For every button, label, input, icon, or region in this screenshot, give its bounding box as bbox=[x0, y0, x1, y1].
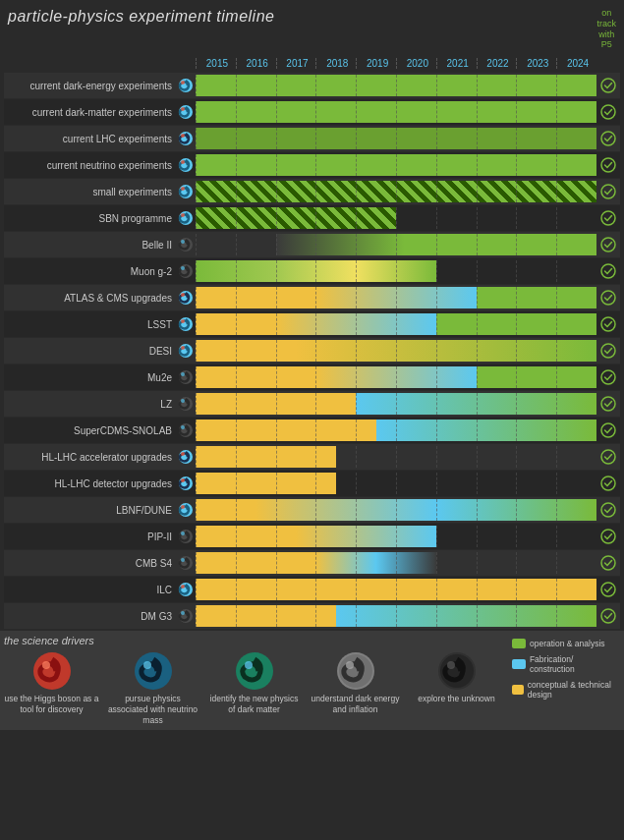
svg-point-43 bbox=[181, 452, 185, 456]
svg-point-37 bbox=[181, 399, 185, 403]
experiment-row: DM G3 bbox=[4, 603, 620, 629]
experiment-row: current dark-matter experiments bbox=[4, 99, 620, 125]
svg-point-72 bbox=[447, 661, 455, 669]
experiment-row: DESI bbox=[4, 338, 620, 364]
bar-area bbox=[196, 552, 596, 574]
driver-icon bbox=[135, 652, 172, 690]
check-icon bbox=[600, 104, 616, 120]
year-2015: 2015 bbox=[196, 58, 236, 69]
on-track-label: ontrackwithP5 bbox=[596, 8, 616, 50]
science-driver-item: explore the unknown bbox=[409, 652, 504, 704]
check-icon bbox=[600, 449, 616, 465]
exp-label: ATLAS & CMS upgrades bbox=[4, 293, 176, 304]
exp-label: Mu2e bbox=[4, 372, 176, 383]
experiment-row: LBNF/DUNE bbox=[4, 497, 620, 523]
check-col bbox=[596, 157, 620, 173]
svg-point-22 bbox=[181, 266, 185, 270]
check-col bbox=[596, 396, 620, 412]
experiment-row: current neutrino experiments bbox=[4, 152, 620, 178]
bottom-section: the science drivers use the Higgs boson … bbox=[0, 631, 624, 730]
year-cells: 2015 2016 2017 2018 2019 2020 2021 2022 … bbox=[196, 58, 596, 69]
exp-icon bbox=[176, 555, 196, 571]
check-icon bbox=[600, 343, 616, 359]
exp-icon bbox=[176, 316, 196, 332]
exp-label: DM G3 bbox=[4, 611, 176, 622]
experiment-row: LZ bbox=[4, 391, 620, 417]
legend-item: operation & analysis bbox=[512, 639, 620, 648]
check-icon bbox=[600, 529, 616, 544]
year-2024: 2024 bbox=[556, 58, 596, 69]
legend-label: Fabrication/ construction bbox=[530, 654, 620, 674]
check-icon bbox=[600, 263, 616, 279]
exp-icon bbox=[176, 476, 196, 491]
check-icon bbox=[600, 78, 616, 93]
bar-area bbox=[196, 287, 596, 308]
svg-point-32 bbox=[601, 344, 615, 358]
page-title: particle-physics experiment timeline bbox=[8, 8, 274, 26]
svg-point-56 bbox=[601, 556, 615, 570]
svg-point-47 bbox=[601, 476, 615, 490]
year-2020: 2020 bbox=[396, 58, 436, 69]
svg-point-8 bbox=[601, 132, 615, 145]
bar-area bbox=[196, 579, 596, 600]
svg-point-29 bbox=[601, 317, 615, 331]
exp-label: small experiments bbox=[4, 187, 176, 197]
legend-label: conceptual & technical design bbox=[528, 680, 620, 700]
exp-icon bbox=[176, 184, 196, 199]
svg-point-34 bbox=[181, 372, 185, 376]
check-col bbox=[596, 78, 620, 93]
check-icon bbox=[600, 369, 616, 385]
timeline-section: 2015 2016 2017 2018 2019 2020 2021 2022 … bbox=[0, 54, 624, 629]
experiment-row: HL-LHC detector upgrades bbox=[4, 471, 620, 496]
bar-area bbox=[196, 128, 596, 149]
check-icon bbox=[600, 502, 616, 518]
exp-icon bbox=[176, 131, 196, 146]
exp-icon bbox=[176, 582, 196, 597]
experiment-row: SBN programme bbox=[4, 205, 620, 231]
year-2016: 2016 bbox=[236, 58, 276, 69]
svg-point-41 bbox=[601, 423, 615, 437]
driver-icon bbox=[337, 652, 374, 690]
header: particle-physics experiment timeline ont… bbox=[0, 0, 624, 54]
check-col bbox=[596, 449, 620, 465]
bar-area bbox=[196, 393, 596, 415]
exp-label: Belle II bbox=[4, 240, 176, 251]
science-drivers-title: the science drivers bbox=[4, 635, 504, 646]
exp-icon bbox=[176, 210, 196, 226]
year-header-row: 2015 2016 2017 2018 2019 2020 2021 2022 … bbox=[4, 54, 620, 72]
bar-area bbox=[196, 154, 596, 176]
exp-label: HL-LHC detector upgrades bbox=[4, 478, 176, 489]
svg-point-11 bbox=[601, 158, 615, 172]
experiment-row: Muon g-2 bbox=[4, 258, 620, 284]
legend-box bbox=[512, 685, 524, 695]
check-col bbox=[596, 529, 620, 544]
svg-point-2 bbox=[601, 79, 615, 92]
exp-icon bbox=[176, 104, 196, 120]
svg-point-31 bbox=[181, 346, 185, 350]
science-driver-item: identify the new physics of dark matter bbox=[206, 652, 302, 715]
check-icon bbox=[600, 131, 616, 146]
svg-point-20 bbox=[601, 238, 615, 252]
legend-item: conceptual & technical design bbox=[512, 680, 620, 700]
svg-point-53 bbox=[601, 530, 615, 543]
svg-point-62 bbox=[601, 609, 615, 623]
exp-icon bbox=[176, 237, 196, 252]
experiment-row: PIP-II bbox=[4, 524, 620, 549]
check-icon bbox=[600, 608, 616, 624]
bar-area bbox=[196, 605, 596, 627]
check-col bbox=[596, 184, 620, 199]
experiment-row: SuperCDMS-SNOLAB bbox=[4, 418, 620, 443]
check-icon bbox=[600, 582, 616, 597]
svg-point-66 bbox=[143, 661, 151, 669]
check-col bbox=[596, 263, 620, 279]
bar-area bbox=[196, 340, 596, 362]
check-icon bbox=[600, 237, 616, 252]
bar-area bbox=[196, 181, 596, 202]
svg-point-70 bbox=[346, 661, 354, 669]
exp-label: current dark-energy experiments bbox=[4, 81, 176, 91]
bar-area bbox=[196, 313, 596, 335]
exp-label: CMB S4 bbox=[4, 558, 176, 569]
check-icon bbox=[600, 210, 616, 226]
exp-label: current LHC experiments bbox=[4, 134, 176, 144]
year-2018: 2018 bbox=[315, 58, 356, 69]
